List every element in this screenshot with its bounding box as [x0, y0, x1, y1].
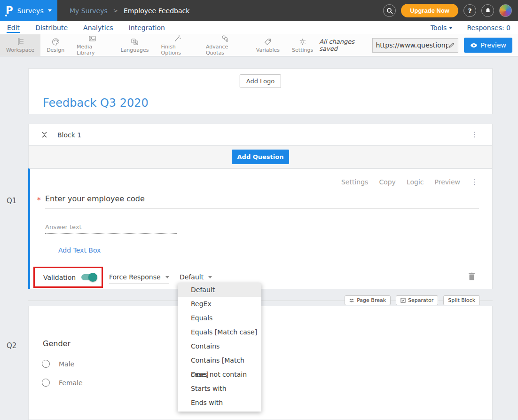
delete-question-button[interactable] — [468, 272, 475, 282]
block-title[interactable]: Block 1 — [57, 131, 81, 139]
block-kebab-menu[interactable]: ⋮ — [471, 133, 478, 136]
question-copy-link[interactable]: Copy — [379, 178, 396, 186]
tab-analytics[interactable]: Analytics — [83, 21, 114, 34]
question-text[interactable]: Enter your employee code — [45, 194, 145, 203]
translate-icon — [130, 38, 139, 46]
toolbar-item-variables[interactable]: Variables — [250, 34, 286, 56]
breadcrumb-current: Employee Feedback — [124, 7, 189, 15]
menu-item-equals[interactable]: Equals — [178, 311, 261, 325]
toolbar-item-settings[interactable]: Settings — [286, 34, 319, 56]
tab-distribute[interactable]: Distribute — [35, 21, 68, 34]
radio-option-female[interactable]: Female — [42, 379, 83, 387]
help-button[interactable]: ? — [463, 4, 476, 17]
menu-item-contains[interactable]: Contains — [178, 339, 261, 353]
add-question-strip: Add Question — [28, 146, 493, 168]
image-icon — [88, 34, 97, 43]
save-status: All changes saved — [319, 38, 366, 52]
survey-title-card: Add Logo Feedback Q3 2020 — [28, 68, 493, 114]
upgrade-now-button[interactable]: Upgrade Now — [401, 4, 458, 17]
separator-button[interactable]: Separator — [396, 295, 438, 305]
validation-toggle[interactable] — [81, 274, 96, 280]
question-settings-link[interactable]: Settings — [341, 178, 368, 186]
tab-edit[interactable]: Edit — [7, 21, 20, 34]
answer-placeholder: Answer text — [45, 223, 82, 230]
tag-icon — [263, 38, 272, 46]
tools-dropdown[interactable]: Tools — [431, 24, 453, 32]
menu-item-default[interactable]: Default — [178, 283, 261, 297]
answer-text-field[interactable] — [45, 233, 177, 234]
question-2-id-label: Q2 — [7, 341, 16, 350]
menu-item-regex[interactable]: RegEx — [178, 297, 261, 311]
question-1-card: Settings Copy Logic Preview ⋮ * Enter yo… — [28, 168, 493, 289]
radio-option-male[interactable]: Male — [42, 360, 74, 368]
menu-item-equals-match-case[interactable]: Equals [Match case] — [178, 325, 261, 339]
eye-icon — [470, 43, 478, 48]
split-block-button[interactable]: Split Block — [443, 295, 480, 305]
chevron-down-icon — [165, 276, 169, 278]
bell-icon — [485, 8, 491, 14]
question-kebab-menu[interactable]: ⋮ — [471, 180, 478, 184]
toolbar-item-languages[interactable]: Languages — [115, 34, 155, 56]
checkbox-icon — [400, 298, 406, 303]
page-break-button[interactable]: Page Break — [345, 295, 391, 305]
validation-highlight-box: Validation — [33, 267, 103, 288]
survey-url-input[interactable] — [376, 41, 448, 49]
tab-integration[interactable]: Integration — [128, 21, 165, 34]
menu-item-starts-with[interactable]: Starts with — [178, 381, 261, 396]
add-text-box-link[interactable]: Add Text Box — [58, 246, 101, 254]
survey-nav: Edit Distribute Analytics Integration To… — [0, 21, 518, 34]
collapse-block-icon[interactable] — [42, 132, 47, 138]
search-button[interactable] — [383, 4, 396, 17]
radio-icon[interactable] — [42, 360, 50, 368]
question-mark-icon: ? — [468, 7, 471, 15]
chevron-down-icon — [48, 9, 52, 12]
top-header: P Surveys My Surveys > Employee Feedback… — [0, 0, 518, 21]
chain-links-icon — [220, 34, 229, 43]
page-break-icon — [349, 298, 354, 303]
workspace-icon — [16, 38, 25, 46]
menu-item-ends-with[interactable]: Ends with — [178, 396, 261, 410]
magic-wand-icon — [173, 34, 182, 43]
toolbar-item-media-library[interactable]: Media Library — [71, 34, 114, 56]
palette-icon — [51, 38, 60, 46]
responses-count: Responses: 0 — [467, 24, 510, 32]
validation-type-menu: Default RegEx Equals Equals [Match case]… — [178, 283, 261, 412]
toggle-knob — [88, 273, 97, 282]
question-text-underline — [45, 208, 479, 209]
questionpro-logo-icon: P — [6, 6, 13, 16]
radio-icon[interactable] — [42, 379, 50, 387]
survey-url-box[interactable] — [372, 38, 458, 53]
toolbar-item-advance-quotas[interactable]: Advance Quotas — [200, 34, 250, 56]
add-logo-button[interactable]: Add Logo — [240, 74, 281, 88]
survey-title[interactable]: Feedback Q3 2020 — [43, 96, 149, 110]
breadcrumb-my-surveys[interactable]: My Surveys — [70, 7, 108, 15]
force-response-dropdown[interactable]: Force Response — [109, 273, 169, 284]
preview-button[interactable]: Preview — [464, 38, 513, 53]
add-question-button[interactable]: Add Question — [232, 150, 290, 164]
question-logic-link[interactable]: Logic — [407, 178, 424, 186]
header-actions: Upgrade Now ? — [383, 4, 518, 17]
required-asterisk: * — [37, 196, 41, 205]
product-switcher[interactable]: P Surveys — [0, 0, 57, 21]
nav-right: Tools Responses: 0 — [431, 24, 518, 32]
toolbar-item-workspace[interactable]: Workspace — [0, 34, 40, 56]
question-text[interactable]: Gender — [43, 339, 71, 348]
notifications-button[interactable] — [481, 4, 494, 17]
chevron-down-icon — [208, 276, 212, 278]
breadcrumb-separator: > — [113, 8, 118, 14]
user-avatar[interactable] — [499, 4, 512, 17]
question-actions: Settings Copy Logic Preview ⋮ — [341, 178, 478, 186]
menu-item-does-not-contain[interactable]: Does not contain — [178, 367, 261, 381]
breadcrumb: My Surveys > Employee Feedback — [70, 7, 189, 15]
nav-tabs: Edit Distribute Analytics Integration — [7, 21, 165, 34]
question-1-id-label: Q1 — [7, 197, 16, 205]
gear-icon — [298, 38, 307, 46]
question-preview-link[interactable]: Preview — [435, 178, 461, 186]
toolbar-right: All changes saved Preview — [319, 34, 518, 56]
toolbar-item-finish-options[interactable]: Finish Options — [155, 34, 200, 56]
product-label: Surveys — [17, 7, 44, 15]
trash-icon — [468, 272, 475, 280]
edit-pencil-icon[interactable] — [448, 42, 455, 48]
toolbar-item-design[interactable]: Design — [40, 34, 71, 56]
menu-item-contains-match-case[interactable]: Contains [Match case] — [178, 353, 261, 367]
